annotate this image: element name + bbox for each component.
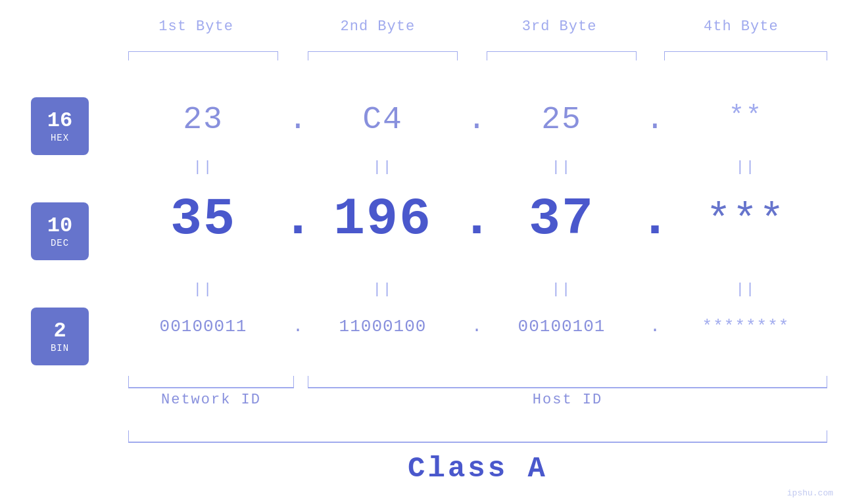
hex-byte4: **	[664, 102, 827, 131]
dec-val-2: 196	[333, 189, 432, 249]
col-header-1: 1st Byte	[105, 18, 287, 35]
badge-dec-label: DEC	[51, 238, 69, 248]
watermark: ipshu.com	[787, 487, 833, 499]
bin-byte2: 11000100	[308, 317, 458, 336]
dec-val-4: ***	[706, 197, 785, 244]
bin-byte3: 00100101	[487, 317, 637, 336]
network-id-label: Network ID	[128, 392, 294, 408]
col-header-2: 2nd Byte	[287, 18, 468, 35]
eq-hex-dec-2: ||	[308, 159, 458, 175]
bin-val-3: 00100101	[518, 317, 606, 336]
bracket-col2	[308, 51, 458, 62]
hex-val-3: 25	[541, 102, 582, 137]
eq-hex-dec-3: ||	[487, 159, 637, 175]
dec-val-3: 37	[529, 189, 594, 249]
eq-dec-bin-3: ||	[487, 281, 637, 298]
bracket-host	[308, 376, 827, 389]
bin-val-4: ********	[702, 317, 790, 336]
dec-byte1: 35	[128, 189, 278, 249]
bin-val-2: 11000100	[339, 317, 427, 336]
hex-val-4: **	[729, 102, 763, 131]
bin-byte4: ********	[664, 317, 827, 336]
hex-val-2: C4	[362, 102, 403, 137]
hex-byte1: 23	[128, 102, 278, 137]
col-header-4: 4th Byte	[650, 18, 832, 35]
badge-bin: 2 BIN	[31, 308, 89, 365]
hex-byte3: 25	[487, 102, 637, 137]
eq-dec-bin-2: ||	[308, 281, 458, 298]
badge-hex-num: 16	[47, 109, 72, 132]
dec-byte3: 37	[487, 189, 637, 249]
eq-hex-dec-4: ||	[664, 159, 827, 175]
column-headers: 1st Byte 2nd Byte 3rd Byte 4th Byte	[105, 18, 832, 35]
eq-dec-bin-4: ||	[664, 281, 827, 298]
bracket-full	[128, 430, 827, 444]
badge-hex-label: HEX	[51, 133, 69, 143]
bin-byte1: 00100011	[128, 317, 278, 336]
bracket-network	[128, 376, 294, 389]
host-id-label: Host ID	[308, 392, 827, 408]
class-label: Class A	[128, 452, 827, 485]
dec-byte4: ***	[664, 197, 827, 244]
hex-byte2: C4	[308, 102, 458, 137]
col-header-3: 3rd Byte	[469, 18, 650, 35]
badge-dec-num: 10	[47, 214, 72, 237]
main-container: 1st Byte 2nd Byte 3rd Byte 4th Byte 16 H…	[0, 0, 845, 504]
eq-dec-bin-1: ||	[128, 281, 278, 298]
badge-bin-num: 2	[53, 319, 66, 342]
bracket-col4	[664, 51, 827, 62]
bracket-col1	[128, 51, 278, 62]
hex-val-1: 23	[183, 102, 224, 137]
dec-val-1: 35	[170, 189, 236, 249]
dec-byte2: 196	[308, 189, 458, 249]
badge-bin-label: BIN	[51, 343, 69, 354]
eq-hex-dec-1: ||	[128, 159, 278, 175]
badge-hex: 16 HEX	[31, 97, 89, 155]
badge-dec: 10 DEC	[31, 202, 89, 260]
bracket-col3	[487, 51, 637, 62]
bin-val-1: 00100011	[160, 317, 247, 336]
